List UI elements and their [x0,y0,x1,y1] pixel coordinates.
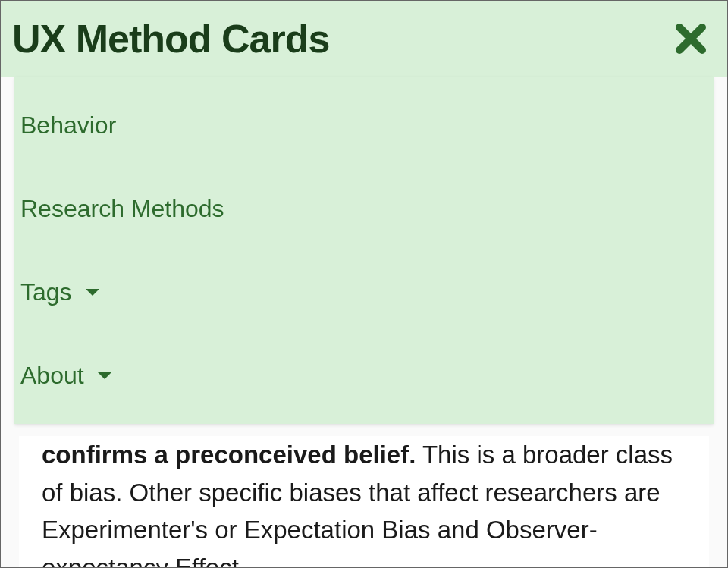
menu-item-behavior[interactable]: Behavior [20,98,708,152]
caret-down-icon [96,370,113,381]
site-title[interactable]: UX Method Cards [12,16,329,61]
menu-panel: Behavior Research Methods Tags About [14,77,714,424]
menu-item-tags[interactable]: Tags [20,265,708,319]
menu-item-label: About [20,363,84,388]
menu-item-label: Research Methods [20,196,224,221]
content-bold-fragment: confirms a preconceived belief. [42,441,416,469]
close-icon[interactable] [673,21,708,56]
header: UX Method Cards [1,1,727,77]
menu-item-research-methods[interactable]: Research Methods [20,181,708,236]
caret-down-icon [84,287,101,297]
article-content: confirms a preconceived belief. This is … [19,436,709,568]
menu-item-about[interactable]: About [20,348,708,403]
menu-item-label: Tags [20,280,72,304]
menu-item-label: Behavior [20,113,116,137]
